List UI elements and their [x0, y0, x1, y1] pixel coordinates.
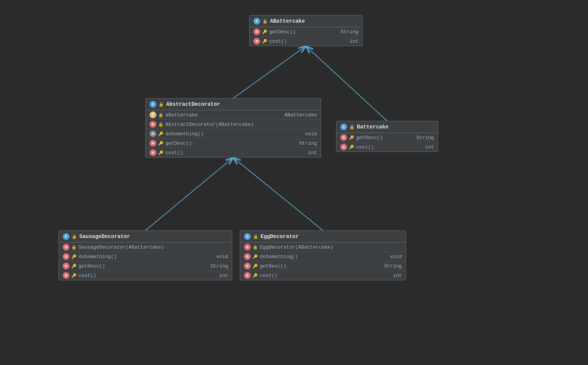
green-lock-icon: 🔒: [253, 245, 258, 250]
constructor-name: EggDecorator(ABattercake): [260, 244, 333, 250]
method-icon-m3: m: [63, 263, 69, 269]
key-icon2: 🔑: [71, 264, 77, 269]
return-type: String: [416, 135, 434, 141]
key-icon: 🔑: [262, 29, 267, 34]
key-icon2: 🔑: [158, 141, 164, 146]
method-name2: getDesc(): [165, 141, 192, 146]
constructor-eggdecorator: m 🔒 EggDecorator(ABattercake): [240, 243, 406, 252]
class-icon-c: C: [253, 18, 260, 25]
method-icon-m3: m: [244, 263, 251, 269]
method-cost-ad: m 🔑 cost() int: [146, 148, 321, 157]
return-type: void: [305, 131, 317, 137]
method-name2: cost(): [356, 144, 374, 150]
constructor-name: SausageDecorator(ABattercake): [79, 244, 164, 250]
method-name2: getDesc(): [79, 263, 105, 269]
method-getdesc-b: m 🔑 getDesc() String: [336, 133, 438, 142]
class-icon-c: C: [340, 124, 347, 130]
return-type2: String: [210, 263, 228, 269]
class-title: EggDecorator: [261, 234, 299, 240]
svg-line-3: [233, 158, 323, 230]
class-box-battercake: C 🔒 Battercake m 🔑 getDesc() String m 🔑 …: [336, 121, 438, 152]
class-icon-c: C: [244, 233, 251, 240]
key-icon3: 🔑: [158, 150, 164, 155]
method-icon-m4: m: [63, 272, 69, 279]
class-icon-c: C: [63, 233, 69, 240]
key-icon2: 🔑: [253, 264, 258, 269]
class-visibility-icon: 🔒: [253, 234, 258, 239]
method-name: doSomething(): [260, 254, 298, 260]
constructor-sausagedecorator: m 🔒 SausageDecorator(ABattercake): [59, 243, 232, 252]
method-dosomething-ed: m 🔑 doSomething() void: [240, 252, 406, 261]
return-type3: int: [219, 273, 228, 278]
method-name2: getDesc(): [260, 263, 286, 269]
method-name3: cost(): [260, 273, 278, 278]
method-name: getDesc(): [356, 135, 383, 141]
lock-icon: 🔒: [158, 113, 164, 118]
method-icon-m2: m: [340, 144, 347, 150]
field-abattercake: f 🔒 aBattercake ABattercake: [146, 110, 321, 120]
class-box-abstractdecorator: C 🔒 AbstractDecorator f 🔒 aBattercake AB…: [145, 98, 321, 158]
return-type3: int: [308, 150, 317, 156]
method-icon-m4: m: [244, 272, 251, 279]
method-icon-m: m: [340, 134, 347, 141]
key-icon: 🔑: [253, 254, 258, 259]
return-type: String: [341, 29, 358, 35]
method-name: doSomething(): [165, 131, 204, 137]
class-title: AbstractDecorator: [166, 101, 220, 107]
method-icon-m2: m: [244, 253, 251, 260]
diagram-container: C 🔒 ABattercake m 🔑 getDesc() String m 🔑…: [0, 0, 588, 365]
key-icon: 🔑: [158, 131, 164, 136]
method-icon-m2: m: [150, 140, 156, 147]
return-type: void: [216, 254, 228, 260]
method-icon-m2: m: [253, 38, 260, 45]
method-name: getDesc(): [269, 29, 296, 35]
green-lock-icon: 🔒: [158, 122, 164, 127]
class-header-eggdecorator: C 🔒 EggDecorator: [240, 231, 406, 243]
class-title: Battercake: [357, 124, 389, 130]
method-name3: cost(): [165, 150, 183, 156]
method-icon-m: m: [63, 244, 69, 251]
class-visibility-icon: 🔒: [159, 102, 164, 107]
key-icon2: 🔑: [349, 145, 354, 150]
key-icon: 🔑: [349, 135, 354, 140]
method-cost-ed: m 🔑 cost() int: [240, 271, 406, 280]
field-icon-f: f: [150, 111, 156, 118]
method-getdesc-ad: m 🔑 getDesc() String: [146, 139, 321, 148]
svg-line-2: [145, 158, 233, 230]
return-type2: String: [384, 263, 402, 269]
method-name: doSomething(): [79, 254, 117, 260]
arrows-svg: [0, 0, 588, 365]
method-icon-m: m: [253, 28, 260, 35]
green-lock-icon: 🔒: [71, 245, 77, 250]
method-getdesc: m 🔑 getDesc() String: [250, 27, 362, 37]
svg-line-0: [233, 46, 306, 98]
class-header-abattercake: C 🔒 ABattercake: [250, 15, 362, 27]
class-box-sausagedecorator: C 🔒 SausageDecorator m 🔒 SausageDecorato…: [59, 230, 232, 280]
class-visibility-icon: 🔒: [72, 234, 77, 239]
class-box-eggdecorator: C 🔒 EggDecorator m 🔒 EggDecorator(ABatte…: [240, 230, 406, 280]
method-cost-b: m 🔑 cost() int: [336, 142, 438, 152]
class-title: ABattercake: [270, 18, 305, 24]
class-icon-c: C: [150, 101, 156, 108]
class-header-abstractdecorator: C 🔒 AbstractDecorator: [146, 99, 321, 110]
field-name: aBattercake: [165, 112, 198, 118]
method-getdesc-ed: m 🔑 getDesc() String: [240, 261, 406, 271]
return-type: void: [390, 254, 402, 260]
key-icon2: 🔑: [262, 39, 267, 44]
method-getdesc-sd: m 🔑 getDesc() String: [59, 261, 232, 271]
method-name2: cost(): [269, 39, 287, 44]
return-type3: int: [393, 273, 402, 278]
constructor-abstractdecorator: m 🔒 AbstractDecorator(ABattercake): [146, 120, 321, 129]
method-icon-gray: m: [150, 130, 156, 137]
class-header-sausagedecorator: C 🔒 SausageDecorator: [59, 231, 232, 243]
return-type2: int: [350, 39, 358, 44]
method-icon-m2: m: [63, 253, 69, 260]
class-title: SausageDecorator: [79, 234, 130, 240]
method-icon-m: m: [150, 121, 156, 128]
method-dosomething-sd: m 🔑 doSomething() void: [59, 252, 232, 261]
class-visibility-icon: 🔒: [262, 19, 268, 24]
field-type: ABattercake: [284, 112, 317, 118]
method-cost-sd: m 🔑 cost() int: [59, 271, 232, 280]
key-icon: 🔑: [71, 254, 77, 259]
class-box-abattercake: C 🔒 ABattercake m 🔑 getDesc() String m 🔑…: [249, 15, 363, 46]
